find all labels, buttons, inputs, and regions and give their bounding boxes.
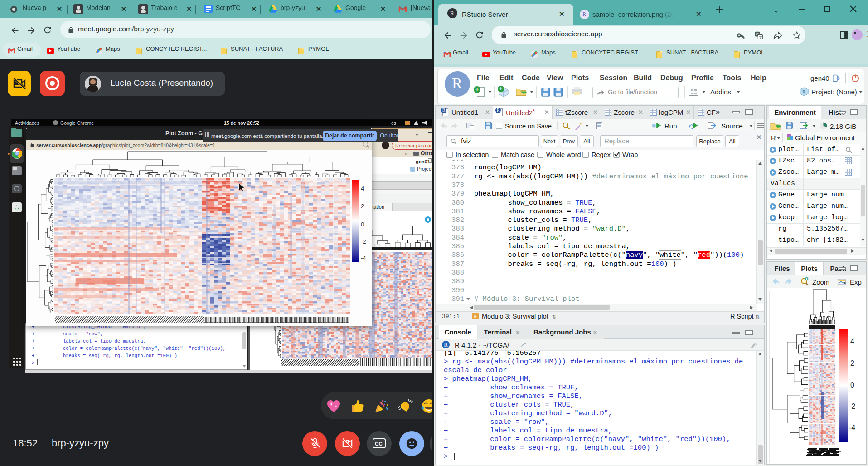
svg-text:0: 0 xyxy=(850,381,854,389)
svg-text:0: 0 xyxy=(361,221,364,228)
svg-text:-4: -4 xyxy=(361,255,366,261)
svg-text:2: 2 xyxy=(850,359,854,367)
svg-text:-4: -4 xyxy=(849,424,855,432)
svg-text:文: 文 xyxy=(759,35,762,39)
svg-text:R: R xyxy=(802,89,805,94)
svg-text:-2: -2 xyxy=(361,238,366,245)
svg-text:-2: -2 xyxy=(849,402,855,410)
svg-text:4: 4 xyxy=(850,338,854,345)
svg-text:4: 4 xyxy=(361,185,364,192)
svg-text:2: 2 xyxy=(361,203,364,210)
